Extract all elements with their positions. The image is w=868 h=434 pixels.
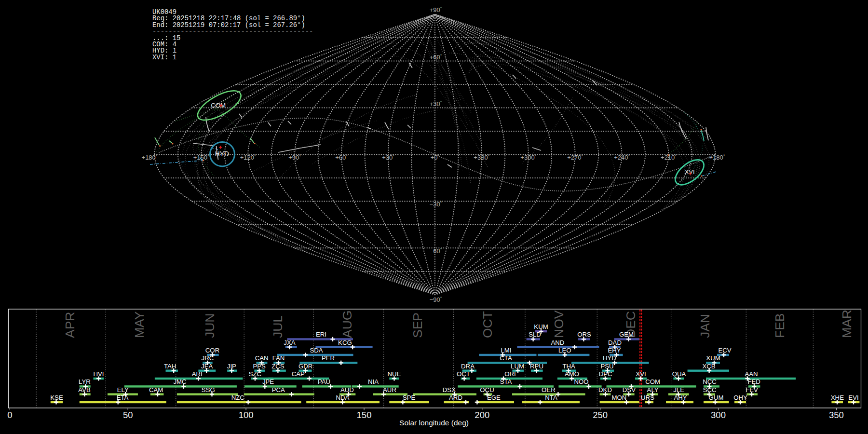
svg-text:ORI: ORI bbox=[504, 370, 515, 378]
svg-text:200: 200 bbox=[475, 410, 489, 420]
svg-text:PPS: PPS bbox=[253, 363, 266, 370]
svg-text:AUD: AUD bbox=[340, 386, 354, 393]
svg-text:LMI: LMI bbox=[501, 347, 511, 354]
svg-text:EGE: EGE bbox=[487, 394, 501, 401]
svg-text:MAR: MAR bbox=[840, 310, 854, 338]
svg-text:SPE: SPE bbox=[403, 394, 416, 401]
svg-text:XVI: 1: XVI: 1 bbox=[152, 54, 176, 61]
svg-text:ALY: ALY bbox=[647, 386, 659, 393]
svg-text:ETA: ETA bbox=[117, 394, 129, 401]
svg-text:AUR: AUR bbox=[383, 386, 396, 393]
svg-text:+270°: +270° bbox=[567, 154, 583, 161]
svg-text:+330°: +330° bbox=[474, 154, 489, 161]
svg-text:DSX: DSX bbox=[443, 386, 456, 393]
svg-text:NDA: NDA bbox=[336, 394, 349, 401]
svg-text:RPU: RPU bbox=[530, 363, 543, 370]
svg-text:50: 50 bbox=[123, 410, 133, 420]
svg-text:JLE: JLE bbox=[673, 386, 684, 393]
svg-text:OCT: OCT bbox=[480, 311, 495, 338]
svg-text:XVI: XVI bbox=[685, 168, 695, 176]
svg-text:JPE: JPE bbox=[262, 378, 274, 385]
svg-text:XHE: XHE bbox=[831, 394, 844, 401]
svg-text:CAP: CAP bbox=[292, 370, 305, 378]
svg-text:ARI: ARI bbox=[192, 370, 203, 378]
svg-text:DPC: DPC bbox=[599, 370, 612, 378]
svg-text:KSE: KSE bbox=[50, 394, 63, 401]
svg-text:GEM: GEM bbox=[619, 331, 634, 338]
svg-text:SZC: SZC bbox=[249, 370, 262, 378]
svg-text:ORS: ORS bbox=[577, 331, 591, 338]
svg-text:+120°: +120° bbox=[240, 154, 256, 161]
svg-text:XCB: XCB bbox=[702, 363, 715, 370]
svg-text:FEB: FEB bbox=[773, 313, 787, 338]
svg-text:NIA: NIA bbox=[368, 378, 379, 385]
svg-text:ELY: ELY bbox=[117, 386, 129, 393]
svg-text:AUG: AUG bbox=[340, 311, 354, 338]
svg-text:HYD: HYD bbox=[603, 354, 616, 362]
svg-text:FED: FED bbox=[747, 378, 760, 385]
svg-text:TAH: TAH bbox=[164, 363, 176, 370]
svg-text:350: 350 bbox=[829, 410, 844, 420]
svg-text:PSU: PSU bbox=[600, 363, 613, 370]
svg-text:ARD: ARD bbox=[449, 394, 462, 401]
svg-text:NCC: NCC bbox=[703, 378, 717, 385]
svg-text:COR: COR bbox=[205, 347, 219, 354]
svg-text:OER: OER bbox=[542, 386, 556, 393]
svg-text:AHY: AHY bbox=[674, 394, 687, 401]
svg-text:ZCS: ZCS bbox=[271, 363, 285, 370]
svg-text:KCG: KCG bbox=[338, 339, 352, 346]
svg-text:COM: COM bbox=[211, 102, 226, 109]
svg-text:THA: THA bbox=[562, 363, 575, 370]
svg-text:NTA: NTA bbox=[545, 394, 557, 401]
svg-text:AND: AND bbox=[551, 339, 564, 346]
svg-text:OCU: OCU bbox=[480, 386, 494, 393]
svg-text:+240°: +240° bbox=[614, 154, 630, 161]
svg-text:GDR: GDR bbox=[298, 363, 312, 370]
svg-text:FEV: FEV bbox=[746, 386, 758, 393]
svg-text:DKD: DKD bbox=[598, 386, 612, 393]
svg-text:SLD: SLD bbox=[529, 331, 541, 338]
svg-text:LYR: LYR bbox=[79, 378, 91, 385]
svg-text:QUA: QUA bbox=[672, 370, 686, 378]
svg-text:OCT: OCT bbox=[457, 370, 470, 378]
svg-text:NZC: NZC bbox=[231, 394, 245, 401]
svg-text:PCA: PCA bbox=[272, 386, 285, 393]
svg-text:0: 0 bbox=[7, 410, 12, 420]
svg-text:SCC: SCC bbox=[703, 386, 717, 393]
svg-text:APR: APR bbox=[63, 312, 77, 339]
svg-text:HYD: HYD bbox=[215, 150, 229, 158]
svg-text:SDA: SDA bbox=[310, 347, 323, 354]
svg-text:JUN: JUN bbox=[203, 313, 217, 338]
svg-text:NOO: NOO bbox=[574, 378, 589, 385]
svg-text:COM: COM bbox=[645, 378, 660, 385]
svg-text:JRC: JRC bbox=[202, 354, 214, 362]
svg-text:XVI: XVI bbox=[636, 370, 646, 378]
svg-text:CAN: CAN bbox=[255, 354, 269, 362]
svg-text:GUM: GUM bbox=[709, 394, 724, 401]
svg-text:EHY: EHY bbox=[608, 347, 621, 354]
svg-text:LEO: LEO bbox=[558, 347, 571, 354]
svg-text:MON: MON bbox=[612, 394, 627, 401]
svg-text:150: 150 bbox=[357, 410, 372, 420]
svg-text:100: 100 bbox=[239, 410, 254, 420]
svg-text:+180°: +180° bbox=[142, 154, 158, 161]
svg-text:250: 250 bbox=[593, 410, 608, 420]
svg-text:ECV: ECV bbox=[718, 347, 731, 354]
svg-text:DRA: DRA bbox=[461, 363, 475, 370]
svg-text:+180°: +180° bbox=[709, 154, 725, 161]
svg-text:KUM: KUM bbox=[534, 323, 548, 330]
svg-text:AAN: AAN bbox=[745, 370, 758, 378]
svg-text:JEA: JEA bbox=[201, 363, 213, 370]
svg-text:STA: STA bbox=[500, 378, 512, 385]
svg-text:MAY: MAY bbox=[132, 311, 147, 338]
svg-text:ERI: ERI bbox=[316, 331, 326, 338]
svg-text:XUM: XUM bbox=[706, 354, 720, 362]
svg-text:300: 300 bbox=[711, 410, 726, 420]
svg-text:DAD: DAD bbox=[608, 339, 622, 346]
svg-text:EVI: EVI bbox=[848, 394, 858, 401]
svg-text:JMC: JMC bbox=[173, 378, 187, 385]
svg-text:PER: PER bbox=[322, 354, 335, 362]
svg-text:JXA: JXA bbox=[284, 339, 295, 346]
svg-text:SSG: SSG bbox=[202, 386, 215, 393]
svg-text:FAN: FAN bbox=[272, 354, 285, 362]
